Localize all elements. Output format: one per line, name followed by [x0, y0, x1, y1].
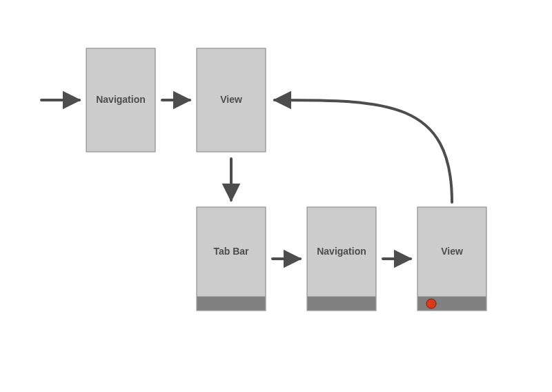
node-navigation-bottom: Navigation: [307, 207, 376, 311]
arrow-view-bottom-to-view-top: [275, 100, 452, 202]
node-view-bottom: View: [417, 207, 486, 311]
flow-diagram: Navigation View Tab Bar Navigation View: [0, 0, 552, 392]
indicator-dot-icon: [426, 299, 436, 308]
node-view-top: View: [197, 48, 266, 152]
node-tabbar-label: Tab Bar: [213, 246, 249, 257]
svg-rect-4: [307, 207, 376, 311]
node-navigation-bottom-label: Navigation: [317, 246, 366, 257]
node-tabbar: Tab Bar: [197, 207, 266, 311]
svg-rect-3: [197, 297, 265, 310]
node-view-top-label: View: [220, 94, 242, 105]
node-navigation-top: Navigation: [86, 48, 155, 152]
node-navigation-top-label: Navigation: [96, 94, 146, 105]
svg-rect-2: [197, 207, 266, 311]
svg-rect-6: [417, 207, 486, 311]
node-view-bottom-label: View: [441, 246, 463, 257]
svg-rect-5: [308, 297, 375, 310]
